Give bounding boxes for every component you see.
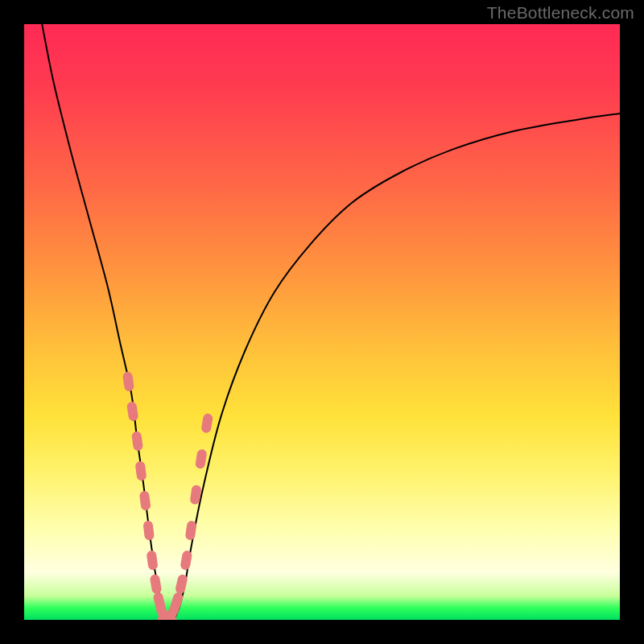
bottleneck-curve [42,24,620,620]
marker-pill [135,460,147,481]
marker-pill [142,520,155,540]
marker-pill [195,448,208,469]
marker-pill [139,490,151,510]
plot-area [24,24,620,620]
marker-group [122,371,213,620]
marker-pill [122,371,134,391]
marker-pill [180,550,192,571]
marker-pill [185,520,197,540]
watermark-text: TheBottleneck.com [487,3,634,23]
marker-pill [169,592,184,613]
marker-pill [147,550,159,570]
chart-frame: TheBottleneck.com [0,0,644,644]
marker-pill [175,574,188,595]
marker-pill [200,413,213,434]
marker-pill [126,401,138,422]
marker-pill [131,431,143,451]
chart-svg [24,24,620,620]
marker-pill [150,574,163,595]
